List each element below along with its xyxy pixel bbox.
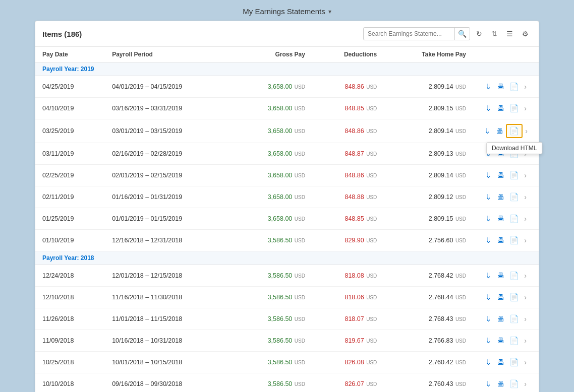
download-html-button[interactable]: 📄 — [507, 356, 522, 368]
chevron-down-icon[interactable]: ▾ — [328, 8, 331, 15]
actions-cell: ⇓🖶📄› — [473, 165, 539, 186]
download-button[interactable]: ⇓ — [482, 125, 493, 137]
download-button[interactable]: ⇓ — [483, 291, 494, 303]
expand-button[interactable]: › — [522, 270, 529, 281]
download-button[interactable]: ⇓ — [483, 81, 494, 93]
download-html-button[interactable]: 📄 — [506, 124, 523, 138]
take-home-cell: 2,809.12 USD — [384, 186, 473, 208]
download-button[interactable]: ⇓ — [483, 270, 494, 282]
expand-button[interactable]: › — [522, 357, 529, 368]
actions-cell: ⇓🖶📄› — [473, 308, 539, 330]
download-button[interactable]: ⇓ — [483, 213, 494, 225]
search-button[interactable]: 🔍 — [454, 28, 470, 40]
expand-button[interactable]: › — [523, 125, 530, 137]
print-button[interactable]: 🖶 — [494, 313, 507, 324]
expand-button[interactable]: › — [522, 335, 529, 346]
columns-button[interactable]: ☰ — [503, 28, 516, 40]
gross-pay-cell: 3,586.50 USD — [234, 287, 312, 308]
download-html-button[interactable]: 📄 — [507, 291, 522, 303]
take-home-cell: 2,768.43 USD — [384, 308, 473, 330]
download-button[interactable]: ⇓ — [483, 378, 494, 390]
expand-button[interactable]: › — [522, 292, 529, 303]
print-button[interactable]: 🖶 — [494, 191, 507, 203]
download-html-button[interactable]: 📄 — [507, 234, 522, 246]
download-button[interactable]: ⇓ — [483, 356, 494, 368]
table-row: 01/10/201912/16/2018 – 12/31/20183,586.5… — [35, 230, 539, 251]
expand-button[interactable]: › — [522, 313, 529, 324]
expand-button[interactable]: › — [522, 170, 529, 181]
print-button[interactable]: 🖶 — [494, 234, 507, 246]
deductions-cell: 848.86 USD — [312, 165, 384, 186]
sort-button[interactable]: ⇅ — [488, 28, 500, 40]
payroll-period-cell: 11/16/2018 – 11/30/2018 — [105, 287, 234, 308]
gross-pay-cell: 3,586.50 USD — [234, 352, 312, 373]
print-button[interactable]: 🖶 — [494, 291, 507, 303]
pay-date-cell: 10/10/2018 — [35, 373, 105, 393]
download-button[interactable]: ⇓ — [483, 102, 494, 114]
download-html-button[interactable]: 📄 — [507, 270, 522, 282]
page-header: My Earnings Statements ▾ — [0, 0, 574, 21]
print-button[interactable]: 🖶 — [494, 356, 507, 368]
deductions-cell: 818.07 USD — [312, 308, 384, 330]
gross-pay-cell: 3,658.00 USD — [234, 208, 312, 230]
download-html-button[interactable]: 📄 — [507, 378, 522, 390]
pay-date-cell: 01/25/2019 — [35, 208, 105, 230]
search-input[interactable] — [364, 28, 454, 39]
take-home-cell: 2,809.14 USD — [384, 119, 473, 143]
download-button[interactable]: ⇓ — [483, 191, 494, 203]
download-html-button[interactable]: 📄 — [507, 213, 522, 225]
col-take-home-pay: Take Home Pay — [384, 47, 473, 62]
download-html-button[interactable]: 📄 — [507, 169, 522, 181]
deductions-cell: 818.06 USD — [312, 287, 384, 308]
actions-cell: ⇓🖶📄› — [473, 186, 539, 208]
expand-button[interactable]: › — [522, 103, 529, 114]
print-button[interactable]: 🖶 — [494, 270, 507, 281]
print-button[interactable]: 🖶 — [494, 169, 507, 181]
expand-button[interactable]: › — [522, 235, 529, 246]
deductions-cell: 848.86 USD — [312, 119, 384, 143]
actions-cell: ⇓🖶📄› — [473, 98, 539, 119]
download-html-button[interactable]: 📄 — [507, 313, 522, 325]
download-button[interactable]: ⇓ — [483, 313, 494, 325]
actions-cell: ⇓🖶📄› — [473, 76, 539, 98]
settings-button[interactable]: ⚙ — [519, 28, 532, 40]
print-button[interactable]: 🖶 — [493, 125, 506, 137]
refresh-button[interactable]: ↻ — [473, 28, 485, 40]
pay-date-cell: 04/25/2019 — [35, 76, 105, 98]
expand-button[interactable]: › — [522, 378, 529, 389]
print-button[interactable]: 🖶 — [494, 378, 507, 389]
expand-button[interactable]: › — [522, 191, 529, 203]
download-html-button[interactable]: 📄 — [507, 335, 522, 347]
items-count: Items (186) — [42, 30, 363, 38]
payroll-period-cell: 01/16/2019 – 01/31/2019 — [105, 186, 234, 208]
table-row: 01/25/201901/01/2019 – 01/15/20193,658.0… — [35, 208, 539, 230]
download-button[interactable]: ⇓ — [483, 234, 494, 246]
payroll-period-cell: 10/16/2018 – 10/31/2018 — [105, 330, 234, 352]
gross-pay-cell: 3,586.50 USD — [234, 265, 312, 287]
download-html-button[interactable]: 📄 — [507, 81, 522, 93]
download-button[interactable]: ⇓ — [483, 169, 494, 181]
take-home-cell: 2,809.14 USD — [384, 76, 473, 98]
print-button[interactable]: 🖶 — [494, 335, 507, 346]
expand-button[interactable]: › — [522, 81, 529, 92]
table-row: 04/10/201903/16/2019 – 03/31/20193,658.0… — [35, 98, 539, 119]
download-button[interactable]: ⇓ — [483, 335, 494, 347]
print-button[interactable]: 🖶 — [494, 213, 507, 224]
expand-button[interactable]: › — [522, 213, 529, 224]
deductions-cell: 848.85 USD — [312, 98, 384, 119]
page-title: My Earnings Statements — [243, 7, 325, 16]
pay-date-cell: 03/11/2019 — [35, 143, 105, 165]
pay-date-cell: 12/24/2018 — [35, 265, 105, 287]
col-gross-pay: Gross Pay — [234, 47, 312, 62]
download-html-button[interactable]: 📄 — [507, 191, 522, 203]
table-row: 10/25/201810/01/2018 – 10/15/20183,586.5… — [35, 352, 539, 373]
table-row: 10/10/201809/16/2018 – 09/30/20183,586.5… — [35, 373, 539, 393]
print-button[interactable]: 🖶 — [494, 102, 507, 114]
pay-date-cell: 02/11/2019 — [35, 186, 105, 208]
payroll-period-cell: 09/16/2018 – 09/30/2018 — [105, 373, 234, 393]
print-button[interactable]: 🖶 — [494, 81, 507, 92]
download-html-wrapper: 📄Download HTML — [506, 124, 523, 138]
year-group-row: Payroll Year: 2018 — [35, 251, 539, 265]
take-home-cell: 2,809.14 USD — [384, 165, 473, 186]
download-html-button[interactable]: 📄 — [507, 102, 522, 114]
